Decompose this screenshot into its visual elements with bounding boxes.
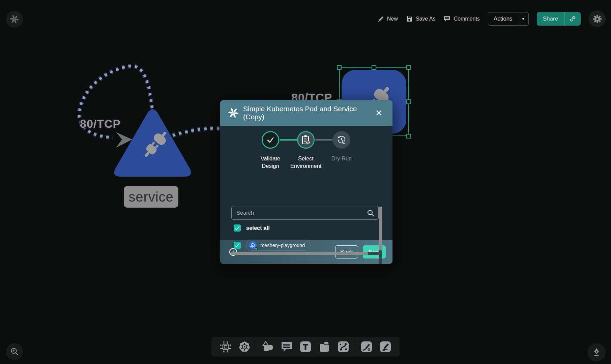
step-select-environment[interactable]: Select Environment — [287, 131, 324, 170]
note-icon — [319, 341, 330, 353]
gear-icon — [593, 14, 602, 24]
save-as-button[interactable]: Save As — [406, 16, 436, 22]
kubernetes-tool[interactable] — [237, 339, 252, 354]
environment-row: meshery-playground — [234, 240, 311, 251]
selection-handle[interactable] — [337, 65, 342, 70]
share-button[interactable]: Share — [537, 12, 581, 26]
pen-arrow-tool[interactable] — [359, 339, 374, 354]
settings-button[interactable] — [589, 10, 606, 27]
sketch-tool[interactable] — [378, 339, 393, 354]
step-label: Validate Design — [252, 155, 289, 170]
connected-status-dot — [255, 247, 258, 250]
deploy-wizard-modal: Simple Kubernetes Pod and Service (Copy)… — [220, 100, 392, 264]
step-label: Dry Run — [331, 155, 352, 162]
comment-tool[interactable] — [279, 339, 294, 354]
service-node-label: service — [124, 186, 178, 208]
select-all-row: select all — [234, 224, 270, 232]
text-tool[interactable] — [298, 339, 313, 354]
modal-body: Validate Design Select Environment — [220, 126, 392, 240]
actions-label: Actions — [488, 16, 518, 22]
actions-dropdown[interactable]: Actions ▾ — [488, 12, 529, 26]
dock-divider — [256, 340, 256, 354]
sketch-pencil-icon — [380, 341, 391, 353]
service-node[interactable] — [111, 108, 194, 179]
kubernetes-icon — [248, 241, 257, 250]
selection-handle[interactable] — [406, 134, 411, 139]
pencil-icon — [378, 16, 384, 22]
components-tool[interactable] — [218, 339, 233, 354]
pen-arrow-icon — [361, 341, 372, 353]
search-input[interactable] — [236, 209, 367, 216]
environment-checkbox[interactable] — [234, 242, 241, 249]
select-all-label: select all — [246, 225, 270, 231]
clipboard-gear-icon — [301, 135, 310, 145]
environment-search — [231, 206, 379, 220]
step-validate-design[interactable]: Validate Design — [252, 131, 289, 170]
relationship-icon — [338, 341, 349, 353]
zoom-in-button[interactable] — [6, 343, 23, 360]
select-all-checkbox[interactable] — [234, 224, 241, 232]
dry-run-icon — [337, 135, 346, 145]
environment-chip[interactable]: meshery-playground — [246, 240, 311, 251]
copy-link-icon[interactable] — [564, 12, 581, 26]
shapes-tool[interactable] — [260, 339, 275, 354]
save-icon — [406, 16, 413, 22]
design-canvas: 80/TCP 80/TCP service — [0, 0, 611, 364]
comment-icon — [443, 16, 450, 22]
new-label: New — [387, 16, 398, 22]
meshery-logo-icon — [228, 108, 238, 118]
step-label: Select Environment — [287, 155, 324, 170]
search-icon[interactable] — [367, 209, 374, 217]
new-button[interactable]: New — [378, 16, 398, 22]
relationship-tool[interactable] — [336, 339, 351, 354]
selection-handle[interactable] — [372, 65, 376, 70]
zoom-in-icon — [10, 347, 19, 356]
save-as-label: Save As — [416, 16, 436, 22]
drawing-mode-button[interactable] — [587, 343, 606, 361]
share-label: Share — [537, 16, 564, 22]
selection-handle[interactable] — [406, 99, 411, 104]
kubernetes-icon — [238, 341, 251, 353]
horizontal-scrollbar[interactable] — [231, 252, 379, 255]
modal-header: Simple Kubernetes Pod and Service (Copy)… — [220, 100, 392, 126]
step-dry-run[interactable]: Dry Run — [323, 131, 360, 162]
check-icon — [266, 135, 275, 144]
tools-dock — [211, 337, 400, 357]
environment-name: meshery-playground — [260, 243, 305, 248]
selection-handle[interactable] — [406, 65, 411, 70]
shapes-icon — [262, 341, 274, 353]
comments-label: Comments — [454, 16, 479, 22]
chevron-down-icon[interactable]: ▾ — [518, 12, 528, 25]
vertical-scrollbar[interactable] — [379, 207, 382, 264]
text-icon — [300, 341, 311, 353]
note-tool[interactable] — [317, 339, 332, 354]
component-icon — [220, 341, 231, 353]
comment-icon — [281, 341, 293, 353]
top-toolbar: New Save As Comments Actions ▾ Share — [378, 10, 606, 28]
comments-button[interactable]: Comments — [443, 16, 479, 22]
pen-nib-icon — [592, 347, 601, 357]
close-icon[interactable]: ✕ — [373, 108, 384, 119]
modal-title: Simple Kubernetes Pod and Service (Copy) — [243, 105, 369, 121]
dock-divider — [355, 340, 355, 354]
